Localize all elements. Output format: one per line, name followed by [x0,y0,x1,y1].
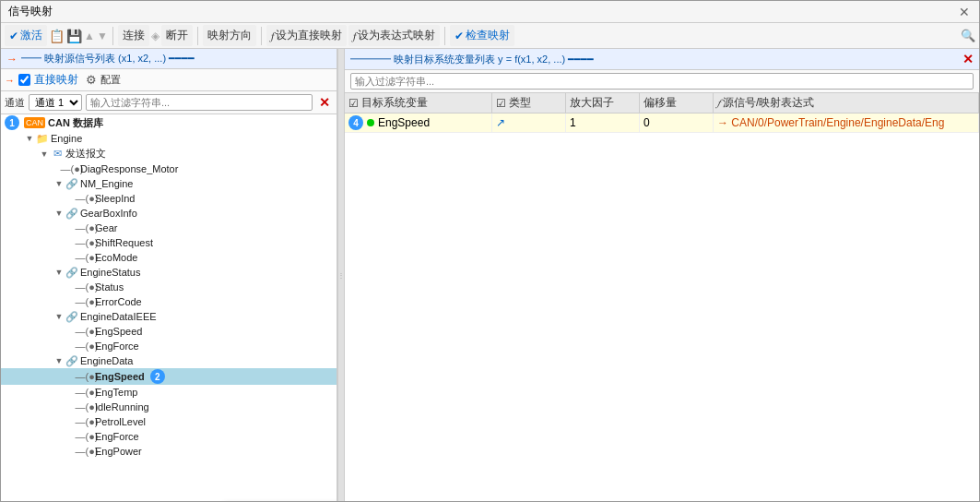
search-icon[interactable]: 🔍 [961,29,975,42]
tree-item-engspeed-ieee[interactable]: —(●) EngSpeed [1,324,337,339]
panel-splitter[interactable]: ⋮ [337,49,345,501]
tree-item-engtemp[interactable]: —(●) EngTemp [1,385,337,400]
col-type: ☑ 类型 [492,93,566,113]
title-bar: 信号映射 ✕ [1,1,979,23]
tree-item-diag[interactable]: —(●) DiagResponse_Motor [1,161,337,176]
tree-item-enginedata[interactable]: ▼ 🔗 EngineData [1,353,337,368]
channel-filter-row: 通道 通道 1 ✕ [1,91,337,114]
gearbox-label: GearBoxInfo [80,208,137,219]
nm-label: NM_Engine [80,178,133,189]
tree-item-ecomode[interactable]: —(●) EcoMode [1,250,337,265]
tree-item-engine[interactable]: ▼ 📁 Engine [1,131,337,146]
direct-map-label[interactable]: 直接映射 [18,72,78,88]
engine-label: Engine [51,133,82,144]
tree-item-sleepind[interactable]: —(●) SleepInd [1,191,337,206]
db-num-badge: 1 [5,115,19,130]
tree-item-petrollevel[interactable]: —(●) PetrolLevel [1,414,337,429]
ieee-label: EngineDataIEEE [80,311,157,322]
channel-select[interactable]: 通道 1 [29,94,82,111]
main-window: 信号映射 ✕ ✔ 激活 📋 💾 ▲ ▼ 连接 ◈ 断开 映射方向 𝑓 设为直接映… [0,0,980,502]
check-map-icon: ✔ [455,30,464,42]
col-amplify: 放大因子 [566,93,640,113]
table-row[interactable]: 4 EngSpeed ↗ 1 0 → CAN/0/PowerTrain/Eng [345,114,979,133]
fasong-msg-icon: ✉ [51,148,64,161]
amplify-value: 1 [570,116,576,129]
set-expr-btn[interactable]: 𝑓 设为表达式映射 [348,25,440,46]
petrollevel-sig-icon: —(●) [80,415,93,428]
tree-container[interactable]: 1 CAN CAN 数据库 ▼ 📁 Engine ▼ ✉ [1,114,337,501]
window-title: 信号映射 [8,4,53,19]
tree-item-engforce[interactable]: —(●) EngForce [1,429,337,444]
left-filter-input[interactable] [86,94,313,111]
engine-folder-icon: 📁 [36,132,49,145]
tree-item-engforce-ieee[interactable]: —(●) EngForce [1,339,337,353]
status-label: Status [95,281,124,293]
tree-item-shiftrequest[interactable]: —(●) ShiftRequest [1,235,337,250]
idlerunning-label: IdleRunning [95,401,149,412]
arrow-direct: → [5,75,15,86]
tree-item-gear[interactable]: —(●) Gear [1,221,337,235]
connect-btn[interactable]: 连接 [118,25,149,46]
diag-label: DiagResponse_Motor [80,163,178,174]
enginedata-label: EngineData [80,355,134,366]
tree-item-nm-engine[interactable]: ▼ 🔗 NM_Engine [1,176,337,191]
target-var-value: EngSpeed [378,116,430,129]
offset-value: 0 [643,116,650,129]
right-panel: ━━━━ 映射目标系统变量列表 y = f(x1, x2, ...) ━━━━ … [345,49,979,501]
activate-btn[interactable]: ✔ 激活 [5,25,47,46]
tree-item-enginedataieee[interactable]: ▼ 🔗 EngineDataIEEE [1,309,337,324]
sep4 [444,27,445,45]
disconnect-btn[interactable]: 断开 [161,25,193,46]
toolbar-icon-1: 📋 [49,29,65,43]
gear-icon[interactable]: ⚙ [86,73,97,87]
right-panel-close[interactable]: ✕ [962,52,974,66]
fasong-toggle[interactable]: ▼ [38,148,51,161]
tree-item-engspeed-selected[interactable]: —(●) EngSpeed 2 [1,368,337,385]
engforce-label: EngForce [95,431,139,442]
tree-item-fasong[interactable]: ▼ ✉ 发送报文 [1,146,337,161]
right-filter-input[interactable] [350,73,974,90]
enginestatus-toggle[interactable]: ▼ [53,266,65,279]
engforce-sig-icon: —(●) [80,430,93,443]
gearbox-toggle[interactable]: ▼ [53,207,65,220]
left-filter-clear[interactable]: ✕ [316,95,333,110]
ieee-folder-icon: 🔗 [65,310,78,323]
table-header: ☑ 目标系统变量 ☑ 类型 放大因子 偏移量 𝑓 源信号/映射表达式 [345,93,979,114]
engspeed-sel-label: EngSpeed [95,371,145,382]
tree-item-idlerunning[interactable]: —(●) IdleRunning [1,400,337,414]
engforce-ieee-sig-icon: —(●) [80,340,93,353]
engspeed-num-badge: 2 [150,369,165,384]
arrow-right-header: → [6,53,18,66]
ieee-toggle[interactable]: ▼ [53,310,65,323]
idlerunning-sig-icon: —(●) [80,400,93,413]
enginedata-toggle[interactable]: ▼ [53,354,65,367]
source-value: → CAN/0/PowerTrain/Engine/EngineData/Eng [717,116,944,129]
check-icon: ✔ [9,30,18,42]
tree-item-enginestatus[interactable]: ▼ 🔗 EngineStatus [1,265,337,280]
errorcode-sig-icon: —(●) [80,295,93,308]
tree-item-errorcode[interactable]: —(●) ErrorCode [1,294,337,309]
nm-toggle[interactable]: ▼ [53,177,65,190]
enginestatus-label: EngineStatus [80,267,140,278]
map-direction-btn[interactable]: 映射方向 [203,25,256,46]
tree-item-engpower[interactable]: —(●) EngPower [1,444,337,459]
tree-item-status[interactable]: —(●) Status [1,280,337,294]
engine-toggle[interactable]: ▼ [23,132,36,145]
errorcode-label: ErrorCode [95,296,142,307]
db-node[interactable]: 1 CAN CAN 数据库 [1,114,337,131]
set-direct-btn[interactable]: 𝑓 设为直接映射 [266,25,347,46]
cell-type: ↗ [492,114,566,132]
engforce-ieee-label: EngForce [95,341,139,352]
petrollevel-label: PetrolLevel [95,416,146,427]
row-num-badge: 4 [348,115,363,130]
direct-map-checkbox[interactable] [18,74,30,86]
sep1 [112,27,113,45]
sleepind-label: SleepInd [95,193,135,204]
diag-sig-icon: —(●) [65,162,78,175]
tree-item-gearboxinfo[interactable]: ▼ 🔗 GearBoxInfo [1,206,337,221]
sep2 [197,27,198,45]
col-offset-label: 偏移量 [643,95,677,111]
check-map-btn[interactable]: ✔ 检查映射 [450,25,514,46]
channel-label: 通道 [5,96,25,110]
window-close-btn[interactable]: ✕ [957,5,972,19]
